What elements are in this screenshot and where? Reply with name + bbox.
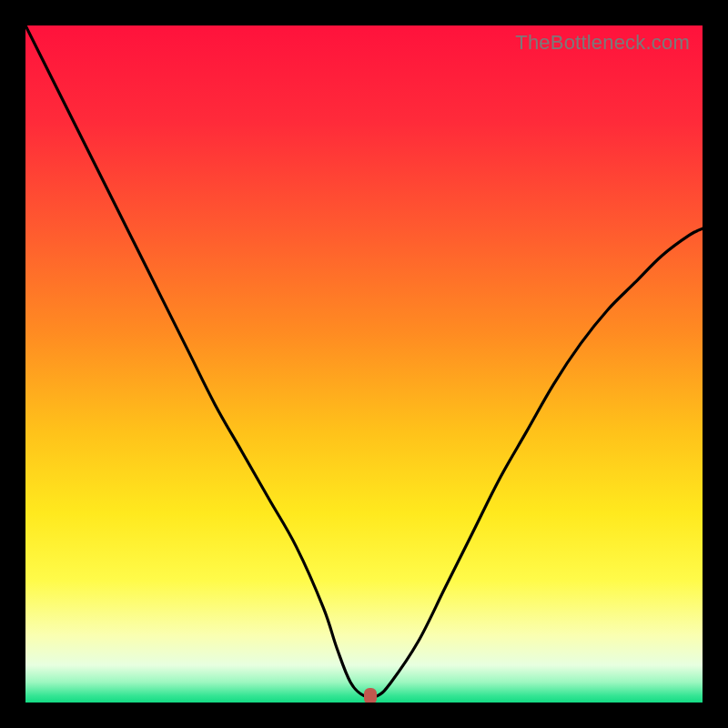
- bottleneck-curve: [25, 25, 703, 703]
- optimal-point-marker: [364, 688, 377, 703]
- chart-frame: TheBottleneck.com: [0, 0, 728, 728]
- plot-area: TheBottleneck.com: [25, 25, 703, 703]
